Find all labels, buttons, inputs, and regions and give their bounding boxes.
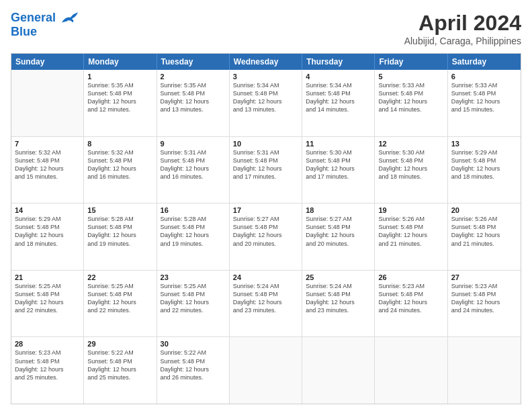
day-number: 11 bbox=[306, 140, 371, 148]
cal-cell: 10Sunrise: 5:31 AM Sunset: 5:48 PM Dayli… bbox=[230, 137, 302, 203]
cal-cell: 6Sunrise: 5:33 AM Sunset: 5:48 PM Daylig… bbox=[448, 70, 521, 136]
day-info: Sunrise: 5:27 AM Sunset: 5:48 PM Dayligh… bbox=[233, 215, 298, 248]
cal-cell: 18Sunrise: 5:27 AM Sunset: 5:48 PM Dayli… bbox=[302, 203, 375, 270]
calendar-header: SundayMondayTuesdayWednesdayThursdayFrid… bbox=[11, 54, 521, 70]
page: General Blue April 2024 Alubijid, Caraga… bbox=[0, 0, 532, 411]
day-number: 8 bbox=[87, 140, 152, 148]
cal-cell: 22Sunrise: 5:25 AM Sunset: 5:48 PM Dayli… bbox=[84, 271, 157, 337]
day-number: 14 bbox=[15, 206, 80, 214]
cal-cell: 15Sunrise: 5:28 AM Sunset: 5:48 PM Dayli… bbox=[84, 203, 157, 270]
cal-header-saturday: Saturday bbox=[448, 54, 521, 70]
logo: General Blue bbox=[11, 11, 79, 39]
cal-cell bbox=[230, 337, 302, 404]
title-block: April 2024 Alubijid, Caraga, Philippines bbox=[404, 11, 521, 46]
subtitle: Alubijid, Caraga, Philippines bbox=[404, 36, 521, 46]
day-number: 10 bbox=[233, 140, 298, 148]
day-number: 26 bbox=[378, 273, 443, 281]
cal-header-wednesday: Wednesday bbox=[230, 54, 302, 70]
cal-cell: 16Sunrise: 5:28 AM Sunset: 5:48 PM Dayli… bbox=[157, 203, 230, 270]
day-info: Sunrise: 5:24 AM Sunset: 5:48 PM Dayligh… bbox=[306, 282, 371, 315]
cal-cell: 24Sunrise: 5:24 AM Sunset: 5:48 PM Dayli… bbox=[230, 271, 302, 337]
cal-header-monday: Monday bbox=[84, 54, 157, 70]
cal-cell: 28Sunrise: 5:23 AM Sunset: 5:48 PM Dayli… bbox=[11, 337, 84, 404]
cal-week-5: 28Sunrise: 5:23 AM Sunset: 5:48 PM Dayli… bbox=[11, 337, 521, 404]
day-number: 9 bbox=[161, 140, 226, 148]
day-info: Sunrise: 5:22 AM Sunset: 5:48 PM Dayligh… bbox=[87, 349, 152, 381]
cal-cell: 9Sunrise: 5:31 AM Sunset: 5:48 PM Daylig… bbox=[157, 137, 230, 203]
day-number: 24 bbox=[233, 273, 298, 281]
day-info: Sunrise: 5:26 AM Sunset: 5:48 PM Dayligh… bbox=[378, 215, 443, 248]
cal-week-4: 21Sunrise: 5:25 AM Sunset: 5:48 PM Dayli… bbox=[11, 271, 521, 338]
main-title: April 2024 bbox=[404, 11, 521, 36]
day-number: 27 bbox=[451, 273, 517, 281]
cal-week-1: 1Sunrise: 5:35 AM Sunset: 5:48 PM Daylig… bbox=[11, 70, 521, 137]
cal-cell: 5Sunrise: 5:33 AM Sunset: 5:48 PM Daylig… bbox=[375, 70, 447, 136]
cal-cell bbox=[375, 337, 447, 404]
day-info: Sunrise: 5:32 AM Sunset: 5:48 PM Dayligh… bbox=[87, 148, 152, 181]
cal-cell: 23Sunrise: 5:25 AM Sunset: 5:48 PM Dayli… bbox=[157, 271, 230, 337]
cal-cell: 1Sunrise: 5:35 AM Sunset: 5:48 PM Daylig… bbox=[84, 70, 157, 136]
day-number: 2 bbox=[161, 73, 226, 81]
day-info: Sunrise: 5:25 AM Sunset: 5:48 PM Dayligh… bbox=[161, 282, 226, 315]
day-info: Sunrise: 5:29 AM Sunset: 5:48 PM Dayligh… bbox=[451, 148, 517, 181]
cal-header-friday: Friday bbox=[375, 54, 447, 70]
cal-cell: 3Sunrise: 5:34 AM Sunset: 5:48 PM Daylig… bbox=[230, 70, 302, 136]
day-info: Sunrise: 5:28 AM Sunset: 5:48 PM Dayligh… bbox=[161, 215, 226, 248]
day-info: Sunrise: 5:30 AM Sunset: 5:48 PM Dayligh… bbox=[378, 148, 443, 181]
day-number: 17 bbox=[233, 206, 298, 214]
cal-cell: 8Sunrise: 5:32 AM Sunset: 5:48 PM Daylig… bbox=[84, 137, 157, 203]
day-number: 4 bbox=[306, 73, 371, 81]
day-number: 1 bbox=[87, 73, 152, 81]
cal-header-thursday: Thursday bbox=[302, 54, 375, 70]
day-info: Sunrise: 5:30 AM Sunset: 5:48 PM Dayligh… bbox=[306, 148, 371, 181]
cal-cell: 12Sunrise: 5:30 AM Sunset: 5:48 PM Dayli… bbox=[375, 137, 447, 203]
day-info: Sunrise: 5:25 AM Sunset: 5:48 PM Dayligh… bbox=[87, 282, 152, 315]
day-number: 19 bbox=[378, 206, 443, 214]
day-info: Sunrise: 5:34 AM Sunset: 5:48 PM Dayligh… bbox=[306, 81, 371, 114]
day-number: 18 bbox=[306, 206, 371, 214]
day-info: Sunrise: 5:23 AM Sunset: 5:48 PM Dayligh… bbox=[15, 349, 80, 381]
cal-cell: 30Sunrise: 5:22 AM Sunset: 5:48 PM Dayli… bbox=[157, 337, 230, 404]
logo-text: General Blue bbox=[11, 11, 79, 39]
cal-cell: 2Sunrise: 5:35 AM Sunset: 5:48 PM Daylig… bbox=[157, 70, 230, 136]
cal-week-2: 7Sunrise: 5:32 AM Sunset: 5:48 PM Daylig… bbox=[11, 137, 521, 204]
day-number: 28 bbox=[15, 340, 80, 348]
cal-cell: 13Sunrise: 5:29 AM Sunset: 5:48 PM Dayli… bbox=[448, 137, 521, 203]
day-number: 7 bbox=[15, 140, 80, 148]
day-info: Sunrise: 5:31 AM Sunset: 5:48 PM Dayligh… bbox=[233, 148, 298, 181]
day-info: Sunrise: 5:35 AM Sunset: 5:48 PM Dayligh… bbox=[161, 81, 226, 114]
cal-cell: 7Sunrise: 5:32 AM Sunset: 5:48 PM Daylig… bbox=[11, 137, 84, 203]
day-info: Sunrise: 5:28 AM Sunset: 5:48 PM Dayligh… bbox=[87, 215, 152, 248]
day-number: 15 bbox=[87, 206, 152, 214]
cal-cell: 20Sunrise: 5:26 AM Sunset: 5:48 PM Dayli… bbox=[448, 203, 521, 270]
day-number: 25 bbox=[306, 273, 371, 281]
cal-cell: 26Sunrise: 5:23 AM Sunset: 5:48 PM Dayli… bbox=[375, 271, 447, 337]
day-info: Sunrise: 5:25 AM Sunset: 5:48 PM Dayligh… bbox=[15, 282, 80, 315]
cal-cell: 17Sunrise: 5:27 AM Sunset: 5:48 PM Dayli… bbox=[230, 203, 302, 270]
day-number: 5 bbox=[378, 73, 443, 81]
cal-cell: 19Sunrise: 5:26 AM Sunset: 5:48 PM Dayli… bbox=[375, 203, 447, 270]
cal-header-tuesday: Tuesday bbox=[157, 54, 230, 70]
day-info: Sunrise: 5:33 AM Sunset: 5:48 PM Dayligh… bbox=[378, 81, 443, 114]
cal-week-3: 14Sunrise: 5:29 AM Sunset: 5:48 PM Dayli… bbox=[11, 203, 521, 271]
cal-cell: 25Sunrise: 5:24 AM Sunset: 5:48 PM Dayli… bbox=[302, 271, 375, 337]
day-info: Sunrise: 5:29 AM Sunset: 5:48 PM Dayligh… bbox=[15, 215, 80, 248]
day-info: Sunrise: 5:23 AM Sunset: 5:48 PM Dayligh… bbox=[378, 282, 443, 315]
day-info: Sunrise: 5:23 AM Sunset: 5:48 PM Dayligh… bbox=[451, 282, 517, 315]
day-info: Sunrise: 5:31 AM Sunset: 5:48 PM Dayligh… bbox=[161, 148, 226, 181]
cal-cell bbox=[302, 337, 375, 404]
day-number: 6 bbox=[451, 73, 517, 81]
cal-cell: 29Sunrise: 5:22 AM Sunset: 5:48 PM Dayli… bbox=[84, 337, 157, 404]
day-info: Sunrise: 5:26 AM Sunset: 5:48 PM Dayligh… bbox=[451, 215, 517, 248]
day-number: 22 bbox=[87, 273, 152, 281]
day-number: 12 bbox=[378, 140, 443, 148]
cal-cell: 27Sunrise: 5:23 AM Sunset: 5:48 PM Dayli… bbox=[448, 271, 521, 337]
day-number: 29 bbox=[87, 340, 152, 348]
day-number: 16 bbox=[161, 206, 226, 214]
header: General Blue April 2024 Alubijid, Caraga… bbox=[11, 11, 521, 46]
day-number: 20 bbox=[451, 206, 517, 214]
cal-cell: 21Sunrise: 5:25 AM Sunset: 5:48 PM Dayli… bbox=[11, 271, 84, 337]
day-info: Sunrise: 5:33 AM Sunset: 5:48 PM Dayligh… bbox=[451, 81, 517, 114]
day-number: 30 bbox=[161, 340, 226, 348]
logo-bird-icon bbox=[60, 11, 79, 26]
